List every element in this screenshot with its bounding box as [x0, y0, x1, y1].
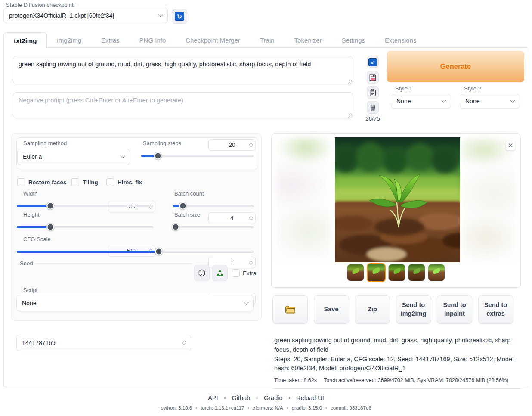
checkpoint-legend: Stable Diffusion checkpoint [6, 2, 168, 8]
version-commit: commit: 983167e6 [331, 405, 371, 410]
close-gallery-button[interactable]: ✕ [506, 141, 515, 150]
chevron-down-icon [158, 12, 163, 17]
version-python: python: 3.10.6 [161, 405, 201, 410]
tab-settings[interactable]: Settings [332, 32, 375, 48]
checkpoint-value: protogenX34OfficialR_1.ckpt [60fe2f34] [9, 12, 159, 19]
checkpoint-dropdown[interactable]: protogenX34OfficialR_1.ckpt [60fe2f34] [3, 8, 168, 23]
main-tabs: txt2img img2img Extras PNG Info Checkpoi… [3, 32, 426, 48]
tab-checkpoint-merger[interactable]: Checkpoint Merger [176, 32, 250, 48]
footer-link-api[interactable]: API [208, 394, 232, 401]
footer-links: APIGithubGradioReload UI [0, 394, 532, 401]
tab-txt2img[interactable]: txt2img [3, 32, 47, 48]
tab-train[interactable]: Train [250, 32, 285, 48]
footer-versions: python: 3.10.6torch: 1.13.1+cu117xformer… [0, 405, 532, 410]
version-gradio: gradio: 3.15.0 [292, 405, 331, 410]
tab-png-info[interactable]: PNG Info [130, 32, 176, 48]
checkpoint-label: Stable Diffusion checkpoint [6, 2, 74, 8]
tab-img2img[interactable]: img2img [47, 32, 91, 48]
version-xformers: xformers: N/A [253, 405, 291, 410]
tab-extras[interactable]: Extras [91, 32, 130, 48]
tab-extensions[interactable]: Extensions [375, 32, 426, 48]
tab-tokenizer[interactable]: Tokenizer [285, 32, 332, 48]
version-torch: torch: 1.13.1+cu117 [201, 405, 253, 410]
stable-diffusion-webui: Stable Diffusion checkpoint protogenX34O… [0, 0, 532, 416]
refresh-checkpoints-button[interactable]: ↻ [172, 9, 187, 24]
refresh-icon: ↻ [175, 12, 184, 21]
legend-line [77, 5, 168, 5]
tab-content-frame [3, 47, 528, 387]
footer-link-gradio[interactable]: Gradio [264, 394, 296, 401]
footer-link-reload-ui[interactable]: Reload UI [296, 394, 324, 401]
footer-link-github[interactable]: Github [232, 394, 264, 401]
